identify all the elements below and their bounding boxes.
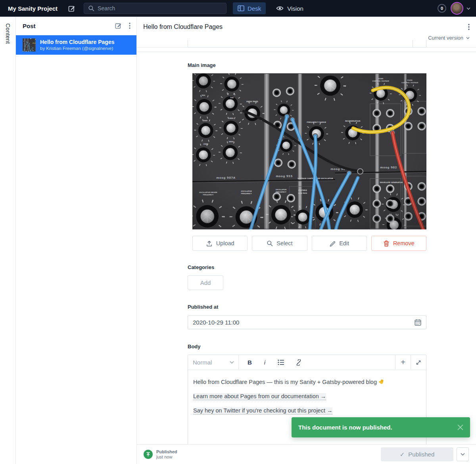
search-box[interactable]	[84, 3, 226, 14]
document-footer: Published just now ✓ Published	[137, 444, 476, 464]
list-item-subtitle: by Kristian Freeman (@signalnerve)	[40, 46, 114, 52]
link-icon	[296, 359, 302, 366]
edit-button-label: Edit	[339, 240, 349, 246]
list-item-post[interactable]: Hello from Cloudflare Pages by Kristian …	[16, 35, 136, 55]
upload-button[interactable]: Upload	[192, 236, 248, 251]
post-list-header: Post	[16, 17, 136, 35]
publish-toast: This document is now published.	[292, 417, 470, 437]
editor-content[interactable]: Hello from Cloudflare Pages — this is my…	[188, 370, 426, 422]
tab-desk-label: Desk	[248, 5, 261, 12]
search-input[interactable]	[98, 5, 222, 11]
clipped-text-field[interactable]	[188, 40, 426, 48]
publish-status: Published	[156, 449, 177, 454]
app-navbar: My Sanity Project Desk Vision 0	[0, 0, 476, 17]
publish-status-text: Published just now	[156, 449, 177, 459]
doc-link[interactable]: Learn more about Pages from our document…	[193, 393, 326, 400]
content-rail[interactable]: Content	[0, 17, 16, 464]
expand-icon	[416, 360, 421, 365]
toast-close-button[interactable]	[457, 424, 463, 430]
body-link-line: Say hey on Twitter if you're checking ou…	[193, 407, 421, 414]
upload-button-label: Upload	[216, 240, 234, 246]
chevron-down-icon	[230, 361, 234, 364]
publish-arrow-icon	[146, 452, 151, 457]
publish-status-icon	[144, 450, 153, 459]
kebab-icon	[468, 24, 470, 30]
link-button[interactable]	[296, 359, 302, 366]
tab-desk[interactable]: Desk	[233, 2, 266, 14]
published-at-field	[188, 315, 426, 329]
document-title: Hello from Cloudflare Pages	[143, 23, 468, 31]
body-paragraph-text: Hello from Cloudflare Pages — this is my…	[193, 379, 377, 385]
main-image-photo: 500 700 1000 1400 2000 2600 HIGH PASS FR…	[192, 73, 426, 229]
twitter-link[interactable]: Say hey on Twitter if you're checking ou…	[193, 407, 332, 414]
avatar[interactable]	[451, 2, 463, 15]
categories-label: Categories	[188, 264, 426, 270]
notification-badge[interactable]: 0	[438, 4, 446, 13]
document-menu-button[interactable]	[468, 24, 470, 30]
image-actions: Upload Select Edit Remove	[192, 236, 426, 251]
bullet-list-button[interactable]	[278, 359, 284, 365]
add-category-button[interactable]: Add	[188, 275, 223, 290]
tab-vision[interactable]: Vision	[276, 5, 303, 12]
list-item-title: Hello from Cloudflare Pages	[40, 39, 114, 46]
search-icon	[88, 5, 94, 11]
version-label: Current version	[428, 35, 463, 41]
style-select-value: Normal	[193, 359, 212, 366]
upload-icon	[206, 240, 213, 247]
version-selector[interactable]: Current version	[137, 31, 476, 41]
document-form: Main image	[137, 48, 476, 444]
list-pane-title: Post	[23, 23, 115, 29]
published-at-input[interactable]	[193, 319, 415, 326]
pencil-icon	[329, 240, 336, 246]
chevron-down-icon	[461, 453, 465, 456]
wave-emoji	[378, 378, 385, 385]
remove-button[interactable]: Remove	[371, 236, 426, 251]
publish-time: just now	[156, 454, 177, 459]
chevron-down-icon[interactable]	[466, 7, 470, 10]
chevron-down-icon	[466, 37, 470, 39]
remove-button-label: Remove	[393, 240, 415, 246]
kebab-icon	[129, 23, 131, 29]
body-link-line: Learn more about Pages from our document…	[193, 392, 421, 400]
publish-button-label: Published	[408, 451, 434, 458]
tab-vision-label: Vision	[287, 5, 303, 12]
select-button[interactable]: Select	[252, 236, 307, 251]
body-paragraph: Hello from Cloudflare Pages — this is my…	[193, 378, 421, 386]
fullscreen-button[interactable]	[411, 355, 426, 370]
insert-button[interactable]: +	[395, 355, 411, 370]
main-image-preview[interactable]: 500 700 1000 1400 2000 2600 HIGH PASS FR…	[192, 73, 426, 229]
calendar-icon[interactable]	[415, 319, 421, 326]
bold-button[interactable]: B	[248, 359, 252, 366]
check-icon: ✓	[400, 451, 405, 458]
publish-menu-button[interactable]	[457, 447, 469, 461]
project-title: My Sanity Project	[8, 5, 58, 12]
toast-message: This document is now published.	[298, 424, 457, 431]
editor-toolbar: Normal B i	[188, 355, 426, 370]
body-label: Body	[188, 344, 426, 349]
published-at-label: Published at	[188, 304, 426, 310]
list-menu-button[interactable]	[129, 23, 131, 29]
add-category-label: Add	[200, 279, 211, 286]
publish-button[interactable]: ✓ Published	[381, 447, 453, 461]
bullet-list-icon	[278, 359, 284, 365]
post-list-pane: Post Hello from Cloudflare Pages by Kris…	[16, 17, 137, 464]
eye-icon	[276, 5, 284, 11]
close-icon	[457, 424, 463, 430]
italic-button[interactable]: i	[263, 359, 267, 366]
desk-icon	[238, 5, 244, 11]
content-rail-label: Content	[5, 23, 11, 464]
select-button-label: Select	[276, 240, 292, 246]
trash-icon	[383, 240, 390, 247]
edit-button[interactable]: Edit	[312, 236, 367, 251]
style-select[interactable]: Normal	[188, 355, 239, 370]
main-image-label: Main image	[188, 62, 426, 68]
compose-button[interactable]	[68, 5, 75, 12]
list-item-thumbnail	[23, 38, 36, 52]
document-pane: Hello from Cloudflare Pages Current vers…	[137, 17, 476, 464]
search-icon	[267, 240, 273, 246]
new-document-button[interactable]	[115, 22, 122, 29]
document-header: Hello from Cloudflare Pages Current vers…	[137, 17, 476, 48]
compose-icon	[68, 5, 75, 12]
list-item-text: Hello from Cloudflare Pages by Kristian …	[40, 39, 114, 52]
